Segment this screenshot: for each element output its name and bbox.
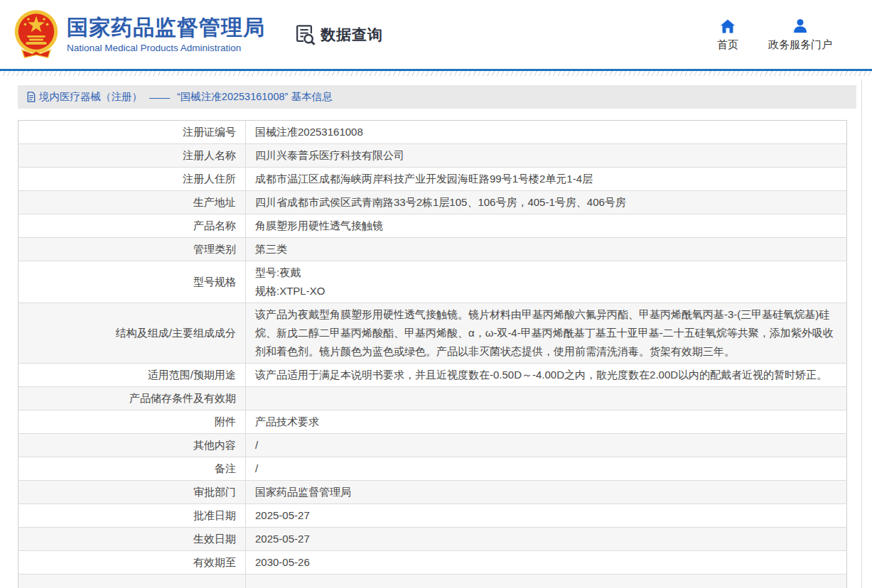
table-row: 产品储存条件及有效期 [18,387,847,410]
table-row: 适用范围/预期用途该产品适用于满足本说明书要求，并且近视度数在-0.50D～-4… [18,364,847,387]
org-title-block: 国家药品监督管理局 National Medical Products Admi… [67,16,265,53]
row-value: 2025-05-27 [246,528,847,551]
table-row: 生产地址四川省成都市武侯区武青南路33号2栋1层105、106号房，405-1号… [18,191,847,214]
row-value: 该产品适用于满足本说明书要求，并且近视度数在-0.50D～-4.00D之内，散光… [246,364,847,387]
table-row [18,575,847,588]
nav-portal-label: 政务服务门户 [768,38,832,52]
row-label: 有效期至 [18,551,246,575]
row-label: 其他内容 [18,434,246,457]
registration-info-table: 注册证编号国械注准20253161008注册人名称四川兴泰普乐医疗科技有限公司注… [18,120,847,588]
row-value: 2030-05-26 [246,551,847,575]
row-value: 角膜塑形用硬性透气接触镜 [246,214,847,238]
table-row: 备注/ [18,457,847,481]
org-name-en: National Medical Products Administration [67,43,265,53]
document-search-icon [294,23,316,46]
data-query-section[interactable]: 数据查询 [294,23,383,46]
row-label: 注册证编号 [18,121,246,144]
row-label: 结构及组成/主要组成成分 [18,303,246,364]
row-value: 国家药品监督管理局 [246,481,847,504]
document-icon [26,92,36,102]
row-label: 审批部门 [18,481,246,504]
nav-item-portal[interactable]: 政务服务门户 [768,18,832,52]
row-label: 注册人住所 [18,168,246,191]
row-value: 产品技术要求 [246,410,847,434]
user-icon [792,18,809,35]
table-row: 管理类别第三类 [18,238,847,261]
breadcrumb-root-link[interactable]: 境内医疗器械（注册） [39,90,142,104]
row-value: 第三类 [246,238,847,261]
nav-item-home[interactable]: 首页 [717,18,738,52]
table-row: 审批部门国家药品监督管理局 [18,481,847,504]
page: 国家药品监督管理局 National Medical Products Admi… [0,0,872,588]
table-row: 注册证编号国械注准20253161008 [18,121,847,144]
row-value: 成都市温江区成都海峡两岸科技产业开发园海旺路99号1号楼2单元1-4层 [246,168,847,191]
row-label: 管理类别 [18,238,246,261]
row-label [18,575,246,588]
row-label: 型号规格 [18,261,246,303]
row-value: 型号:夜戴 规格:XTPL-XO [246,261,847,303]
row-value: / [246,457,847,481]
table-row: 型号规格型号:夜戴 规格:XTPL-XO [18,261,847,303]
table-row: 生效日期2025-05-27 [18,528,847,551]
row-label: 批准日期 [18,504,246,528]
row-label: 适用范围/预期用途 [18,364,246,387]
row-label: 注册人名称 [18,144,246,168]
top-nav: 首页 政务服务门户 [717,18,872,52]
national-emblem-logo[interactable] [13,8,60,62]
row-label: 产品名称 [18,214,246,238]
row-value [246,575,847,588]
row-label: 产品储存条件及有效期 [18,387,246,410]
breadcrumb-current: “国械注准20253161008” 基本信息 [177,90,332,104]
row-value: 四川省成都市武侯区武青南路33号2栋1层105、106号房，405-1号房、40… [246,191,847,214]
breadcrumb: 境内医疗器械（注册） —— “国械注准20253161008” 基本信息 [18,85,856,109]
table-row: 注册人住所成都市温江区成都海峡两岸科技产业开发园海旺路99号1号楼2单元1-4层 [18,168,847,191]
row-label: 生效日期 [18,528,246,551]
right-vertical-rule [861,80,862,588]
site-header: 国家药品监督管理局 National Medical Products Admi… [0,0,872,71]
table-row: 产品名称角膜塑形用硬性透气接触镜 [18,214,847,238]
breadcrumb-separator: —— [149,92,170,103]
table-row: 其他内容/ [18,434,847,457]
row-label: 附件 [18,410,246,434]
table-row: 批准日期2025-05-27 [18,504,847,528]
home-icon [719,18,736,35]
row-value: / [246,434,847,457]
org-name-zh: 国家药品监督管理局 [67,16,265,40]
row-value: 四川兴泰普乐医疗科技有限公司 [246,144,847,168]
row-label: 生产地址 [18,191,246,214]
row-label: 备注 [18,457,246,481]
row-value: 该产品为夜戴型角膜塑形用硬性透气接触镜。镜片材料由甲基丙烯酸六氟异丙酯、甲基丙烯… [246,303,847,364]
table-row: 附件产品技术要求 [18,410,847,434]
hatch-divider [0,71,872,76]
table-row: 结构及组成/主要组成成分该产品为夜戴型角膜塑形用硬性透气接触镜。镜片材料由甲基丙… [18,303,847,364]
nav-home-label: 首页 [717,38,738,52]
data-query-title: 数据查询 [321,25,383,45]
table-row: 注册人名称四川兴泰普乐医疗科技有限公司 [18,144,847,168]
row-value [246,387,847,410]
info-table-body: 注册证编号国械注准20253161008注册人名称四川兴泰普乐医疗科技有限公司注… [18,121,847,588]
table-row: 有效期至2030-05-26 [18,551,847,575]
row-value: 国械注准20253161008 [246,121,847,144]
row-value: 2025-05-27 [246,504,847,528]
